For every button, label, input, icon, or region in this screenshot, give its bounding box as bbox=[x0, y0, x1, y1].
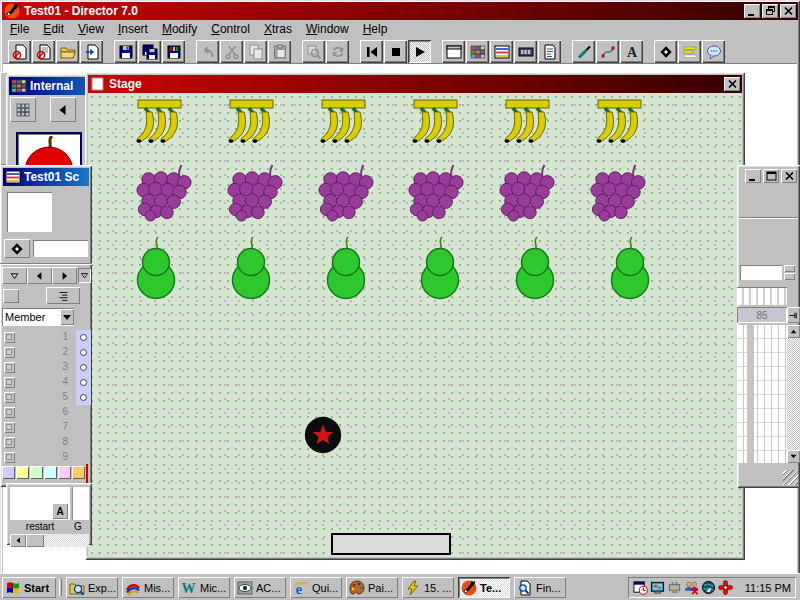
paint-window-button[interactable] bbox=[572, 40, 595, 63]
new-movie-button[interactable] bbox=[8, 40, 31, 63]
menu-window[interactable]: Window bbox=[299, 21, 356, 37]
play-button[interactable] bbox=[408, 40, 431, 63]
script-window-button[interactable] bbox=[538, 40, 561, 63]
pear-sprite[interactable] bbox=[513, 236, 557, 300]
open-button[interactable] bbox=[56, 40, 79, 63]
banana-bunch-sprite[interactable] bbox=[317, 98, 369, 152]
copy-button[interactable] bbox=[244, 40, 267, 63]
channel-1-toggle[interactable] bbox=[4, 332, 15, 343]
menu-view[interactable]: View bbox=[71, 21, 111, 37]
script-channel-toggle[interactable] bbox=[3, 289, 19, 303]
task-browser[interactable]: Qui... bbox=[290, 577, 342, 598]
task-paint[interactable]: Pai... bbox=[346, 577, 398, 598]
palette-swatch-4[interactable] bbox=[44, 466, 57, 479]
tempo-spinner[interactable] bbox=[784, 265, 795, 280]
cast-window-button[interactable] bbox=[466, 40, 489, 63]
menu-control[interactable]: Control bbox=[204, 21, 257, 37]
import-button[interactable] bbox=[80, 40, 103, 63]
grape-cluster-sprite[interactable] bbox=[590, 164, 646, 222]
grape-cluster-sprite[interactable] bbox=[227, 164, 283, 222]
banana-bunch-sprite[interactable] bbox=[225, 98, 277, 152]
playhead-marker[interactable] bbox=[86, 464, 88, 484]
vector-window-button[interactable] bbox=[596, 40, 619, 63]
display-tray-icon[interactable] bbox=[650, 580, 665, 595]
palette-swatch-3[interactable] bbox=[30, 466, 43, 479]
palette-swatch-6[interactable] bbox=[72, 466, 85, 479]
channel-8-toggle[interactable] bbox=[4, 437, 15, 448]
previous-keyframe-button[interactable] bbox=[27, 267, 52, 284]
task-find[interactable]: Fin... bbox=[514, 577, 566, 598]
keyframe-cell-2[interactable] bbox=[76, 345, 91, 360]
palette-swatch-2[interactable] bbox=[16, 466, 29, 479]
menu-help[interactable]: Help bbox=[356, 21, 395, 37]
menu-modify[interactable]: Modify bbox=[155, 21, 204, 37]
save-button[interactable] bbox=[114, 40, 137, 63]
pear-sprite[interactable] bbox=[418, 236, 462, 300]
resize-grip[interactable] bbox=[783, 470, 798, 485]
keyframe-cell-4[interactable] bbox=[76, 375, 91, 390]
start-button[interactable]: Start bbox=[2, 577, 56, 598]
keyframe-cell-1[interactable] bbox=[76, 330, 91, 345]
scroll-up-button[interactable] bbox=[787, 325, 800, 338]
channel-6-toggle[interactable] bbox=[4, 407, 15, 418]
channel-2-toggle[interactable] bbox=[4, 347, 15, 358]
ball-sprite[interactable] bbox=[303, 415, 343, 455]
score-titlebar[interactable]: Test01 Sc bbox=[3, 168, 89, 186]
palette-swatch-5[interactable] bbox=[58, 466, 71, 479]
task-word[interactable]: Mic... bbox=[178, 577, 230, 598]
score-frame-grid[interactable] bbox=[737, 325, 787, 463]
task-explorer[interactable]: Exp... bbox=[66, 577, 118, 598]
paste-button[interactable] bbox=[268, 40, 291, 63]
menu-xtras[interactable]: Xtras bbox=[257, 21, 299, 37]
score-minimize-button[interactable] bbox=[745, 169, 761, 183]
menu-edit[interactable]: Edit bbox=[36, 21, 71, 37]
scroll-left-button[interactable] bbox=[10, 534, 26, 547]
control-panel-button[interactable] bbox=[514, 40, 537, 63]
score-vertical-scrollbar[interactable] bbox=[787, 325, 800, 463]
menu-insert[interactable]: Insert bbox=[111, 21, 155, 37]
network-users-tray-icon[interactable] bbox=[684, 580, 699, 595]
score-maximize-button[interactable] bbox=[763, 169, 779, 183]
task-misc[interactable]: Mis... bbox=[122, 577, 174, 598]
cast-horizontal-scrollbar[interactable] bbox=[10, 534, 89, 547]
new-cast-button[interactable] bbox=[32, 40, 55, 63]
dropdown-arrow-icon[interactable] bbox=[60, 309, 74, 325]
virus-scan-tray-icon[interactable] bbox=[718, 580, 733, 595]
stage-close-button[interactable] bbox=[724, 77, 740, 91]
keyframe-cell-3[interactable] bbox=[76, 360, 91, 375]
scheduler-tray-icon[interactable] bbox=[633, 580, 648, 595]
previous-member-button[interactable] bbox=[50, 97, 76, 122]
cast-view-style-button[interactable] bbox=[10, 97, 36, 122]
behavior-dropdown[interactable] bbox=[33, 240, 88, 257]
exchange-cast-members-button[interactable] bbox=[326, 40, 349, 63]
channel-4-toggle[interactable] bbox=[4, 377, 15, 388]
pear-sprite[interactable] bbox=[229, 236, 273, 300]
channel-3-toggle[interactable] bbox=[4, 362, 15, 373]
score-window-button[interactable] bbox=[490, 40, 513, 63]
banana-bunch-sprite[interactable] bbox=[501, 98, 553, 152]
pear-sprite[interactable] bbox=[608, 236, 652, 300]
stop-button[interactable] bbox=[384, 40, 407, 63]
pear-sprite[interactable] bbox=[134, 236, 178, 300]
cast-member-cell-next[interactable] bbox=[72, 487, 89, 520]
publish-button[interactable] bbox=[162, 40, 185, 63]
channel-7-toggle[interactable] bbox=[4, 422, 15, 433]
scrollbar-thumb[interactable] bbox=[26, 534, 44, 547]
banana-bunch-sprite[interactable] bbox=[133, 98, 185, 152]
next-keyframe-button[interactable] bbox=[52, 267, 77, 284]
score-popup-button[interactable] bbox=[2, 267, 27, 284]
text-inspector-button[interactable] bbox=[678, 40, 701, 63]
app-titlebar[interactable]: Test01 - Director 7.0 bbox=[2, 2, 798, 20]
stage-window-button[interactable] bbox=[442, 40, 465, 63]
grape-cluster-sprite[interactable] bbox=[136, 164, 192, 222]
banana-bunch-sprite[interactable] bbox=[593, 98, 645, 152]
plug-tray-icon[interactable] bbox=[667, 580, 682, 595]
grape-cluster-sprite[interactable] bbox=[318, 164, 374, 222]
palette-swatch-1[interactable] bbox=[2, 466, 15, 479]
behavior-inspector-button[interactable] bbox=[654, 40, 677, 63]
cut-button[interactable] bbox=[220, 40, 243, 63]
task-acdsee[interactable]: AC... bbox=[234, 577, 286, 598]
globe-tray-icon[interactable] bbox=[701, 580, 716, 595]
message-window-button[interactable] bbox=[702, 40, 725, 63]
restore-button[interactable] bbox=[762, 4, 778, 18]
